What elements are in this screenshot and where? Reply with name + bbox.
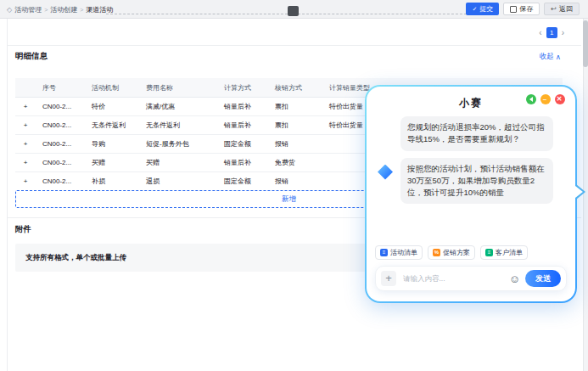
chat-input-bar: 发送 [375, 266, 567, 291]
cell-writeoff-method: 报销 [268, 172, 322, 191]
cell-writeoff-method: 报销 [268, 135, 322, 154]
scrollbar-thumb[interactable] [583, 20, 588, 67]
cell-calc-method: 销量后补 [217, 154, 268, 172]
cell-calc-method: 固定金额 [217, 135, 268, 154]
cell-writeoff-method: 免费货 [268, 154, 322, 172]
assistant-panel-body: 小赛 – ✕ 您规划的活动退损率20%，超过公司指导线15%，是否需要重新规划？… [367, 87, 575, 301]
chip-customer-list[interactable]: ≡ 客户清单 [480, 245, 528, 260]
cell-calc-method: 销量后补 [217, 116, 268, 135]
chat-input[interactable] [401, 273, 504, 284]
header-calc-method: 计算方式 [217, 78, 268, 98]
breadcrumb-item-activity-management[interactable]: 活动管理 [14, 5, 42, 14]
breadcrumb-separator: > [80, 7, 83, 13]
header-serial: 序号 [36, 78, 85, 98]
assistant-message: 您规划的活动退损率20%，超过公司指导线15%，是否需要重新规划？ [400, 116, 553, 151]
header-fee-name: 费用名称 [139, 78, 217, 98]
cell-fee-name: 买赠 [139, 154, 217, 172]
cell-mechanism: 补损 [85, 172, 139, 191]
send-button[interactable]: 发送 [525, 270, 561, 287]
back-arrow-icon [551, 5, 557, 13]
next-page-icon[interactable]: › [562, 28, 564, 37]
assistant-panel: 小赛 – ✕ 您规划的活动退损率20%，超过公司指导线15%，是否需要重新规划？… [365, 85, 577, 303]
save-icon [510, 6, 517, 13]
panel-pointer [575, 186, 583, 198]
save-button-label: 保存 [519, 4, 533, 14]
breadcrumb: ◇ 活动管理 > 活动创建 > 渠道活动 [7, 0, 113, 19]
promotion-icon: % [433, 249, 440, 256]
cell-mechanism: 导购 [85, 135, 139, 154]
topbar: ◇ 活动管理 > 活动创建 > 渠道活动 提交 保存 返回 [0, 0, 588, 19]
submit-button[interactable]: 提交 [466, 3, 499, 15]
speaker-icon [529, 97, 533, 102]
breadcrumb-separator: > [44, 7, 48, 13]
expand-row-icon[interactable]: + [15, 116, 36, 135]
app-icon: ◇ [7, 6, 12, 14]
cell-calc-method: 销量后补 [217, 98, 268, 116]
screen: ◇ 活动管理 > 活动创建 > 渠道活动 提交 保存 返回 ‹ [0, 0, 588, 371]
expand-row-icon[interactable]: + [15, 172, 36, 191]
expand-row-icon[interactable]: + [15, 135, 36, 154]
cell-fee-name: 短促-服务外包 [139, 135, 217, 154]
chip-label: 客户清单 [496, 248, 523, 257]
prev-page-icon[interactable]: ‹ [539, 28, 541, 37]
minimize-button[interactable]: – [540, 94, 551, 104]
chat-message-row: 按照您的活动计划，预计活动销售额在30万至50万，如果增加导购员数量2位，预计可… [377, 158, 565, 205]
collapse-toggle[interactable]: 收起 ∧ [540, 52, 561, 62]
check-circle-icon [472, 5, 477, 13]
cell-mechanism: 无条件返利 [85, 116, 139, 135]
chip-label: 促销方案 [443, 248, 470, 257]
quick-action-chips: ≡ 活动清单 % 促销方案 ≡ 客户清单 [367, 242, 575, 261]
expand-row-icon[interactable]: + [15, 98, 36, 116]
cell-writeoff-method: 票扣 [268, 116, 322, 135]
header-mechanism: 活动机制 [85, 78, 139, 98]
chat-message-row: 您规划的活动退损率20%，超过公司指导线15%，是否需要重新规划？ [377, 116, 565, 151]
header-writeoff-method: 核销方式 [268, 78, 322, 98]
detail-section-title: 明细信息 [15, 51, 48, 62]
topbar-buttons: 提交 保存 返回 [466, 3, 580, 15]
cell-fee-name: 退损 [139, 172, 217, 191]
page-number[interactable]: 1 [546, 27, 557, 38]
attachment-section-title: 附件 [15, 224, 31, 235]
chip-label: 活动清单 [390, 248, 417, 257]
back-button-label: 返回 [559, 4, 573, 14]
breadcrumb-item-activity-create[interactable]: 活动创建 [50, 5, 77, 14]
breadcrumb-item-channel-activity: 渠道活动 [86, 5, 113, 14]
assistant-window-controls: – ✕ [526, 94, 565, 104]
cell-serial: CN00-2... [36, 98, 85, 116]
attach-plus-button[interactable] [381, 271, 396, 286]
assistant-title: 小赛 [459, 96, 483, 110]
cell-calc-method: 固定金额 [217, 172, 268, 191]
emoji-icon[interactable] [509, 273, 520, 284]
save-button[interactable]: 保存 [503, 3, 540, 15]
cell-serial: CN00-2... [36, 154, 85, 172]
section-divider [8, 45, 581, 46]
cell-writeoff-method: 票扣 [268, 98, 322, 116]
sound-toggle-button[interactable] [526, 94, 536, 104]
pagination: ‹ 1 › [539, 27, 564, 38]
cell-serial: CN00-2... [36, 116, 85, 135]
document-icon: ≡ [380, 249, 388, 256]
assistant-avatar [378, 165, 393, 180]
content-left-border [7, 19, 8, 371]
header-expand [15, 78, 36, 98]
chip-activity-list[interactable]: ≡ 活动清单 [375, 245, 423, 260]
assistant-header: 小赛 – ✕ [367, 93, 575, 113]
cell-fee-name: 无条件返利 [139, 116, 217, 135]
cell-serial: CN00-2... [36, 172, 85, 191]
cell-fee-name: 满减/优惠 [139, 98, 217, 116]
expand-row-icon[interactable]: + [15, 154, 36, 172]
back-button[interactable]: 返回 [544, 3, 580, 15]
collapse-label: 收起 [540, 52, 554, 62]
cell-mechanism: 特价 [85, 98, 139, 116]
chip-promotion-plan[interactable]: % 促销方案 [428, 245, 475, 260]
chat-message-list: 您规划的活动退损率20%，超过公司指导线15%，是否需要重新规划？ 按照您的活动… [367, 113, 575, 242]
submit-button-label: 提交 [479, 4, 493, 14]
close-button[interactable]: ✕ [555, 94, 565, 104]
assistant-message: 按照您的活动计划，预计活动销售额在30万至50万，如果增加导购员数量2位，预计可… [400, 158, 553, 205]
cell-serial: CN00-2... [36, 135, 85, 154]
document-icon: ≡ [485, 249, 493, 256]
collapse-caret-icon: ∧ [556, 53, 561, 61]
unknown-dark-widget [288, 6, 299, 16]
cell-mechanism: 买赠 [85, 154, 139, 172]
